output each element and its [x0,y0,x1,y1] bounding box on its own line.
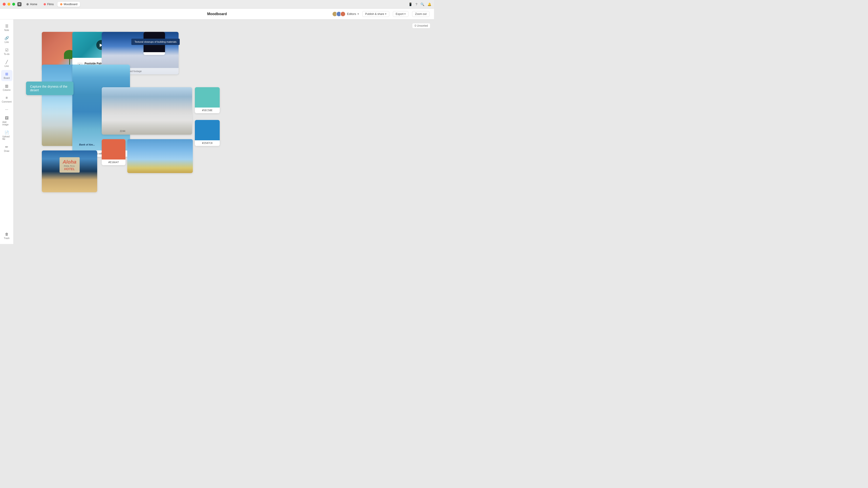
comment-icon: ≡ [6,96,8,100]
blue-hex: #2587C8 [202,142,213,144]
export-button[interactable]: Export ▾ [393,11,409,17]
unsorted-label: 0 Unsorted [414,24,428,27]
column-icon: ▥ [5,84,8,88]
tab-moodboard-dot [60,3,62,5]
avatar-group [332,11,346,17]
avatar-3 [340,11,346,17]
aloha-hotel-image[interactable]: Aloha POOL TV·A· HOTEL [42,151,97,192]
trash-icon: 🗑 [5,232,8,236]
teal-swatch-label: #5EC5BE [195,107,220,113]
notification-icon[interactable]: 📱 [408,2,412,6]
titlebar: M Home Films Moodboard 📱 ? 🔍 🔔 [0,0,434,8]
house-bg: 2244 [102,87,192,135]
architecture-image [102,32,179,68]
sidebar-item-todo[interactable]: ☑ To-do [1,46,12,57]
sidebar-upload-label: Upload file [2,135,11,140]
export-chevron: ▾ [404,13,405,15]
zoom-button[interactable]: Zoom out [412,11,430,17]
draw-icon: ✏ [5,145,8,149]
editors-chevron: ▾ [358,13,359,15]
header-actions: Editors ▾ Publish & share ▾ Export ▾ Zoo… [332,11,430,17]
modern-house-image[interactable]: 2244 [102,87,192,135]
moodboard-canvas[interactable]: 0 Unsorted ▶ ▶ [13,20,434,244]
black-pearl-label [144,52,165,55]
hotel-text: HOTEL [63,167,76,171]
search-icon[interactable]: 🔍 [421,2,424,6]
blue-swatch-color [195,120,220,140]
sidebar-item-comment[interactable]: ≡ Comment [1,94,12,105]
palm-trees-image[interactable] [127,139,193,173]
sidebar-item-add-image[interactable]: 🖼 Add image [1,114,12,128]
titlebar-right: 📱 ? 🔍 🔔 [408,2,431,6]
sidebar-comment-label: Comment [2,101,11,103]
more-icon: ··· [5,107,8,111]
teal-swatch-color [195,87,220,107]
tab-films-dot [43,3,46,5]
teal-hex: #5EC5BE [202,109,213,112]
sidebar-draw-label: Draw [4,150,9,152]
blue-swatch-label: #2587C8 [195,140,220,146]
sidebar-trash-label: Trash [4,237,9,239]
sidebar-item-upload[interactable]: 📄 Upload file [1,129,12,142]
sidebar-item-more[interactable]: ··· [1,106,12,113]
minimize-button[interactable] [7,3,10,6]
sidebar-add-image-label: Add image [2,121,11,126]
aloha-sign: Aloha POOL TV·A· HOTEL [59,157,80,173]
unsorted-badge[interactable]: 0 Unsorted [412,23,430,29]
aloha-text: Aloha [63,159,76,165]
todo-icon: ☑ [5,48,8,52]
close-button[interactable] [3,3,6,6]
publish-label: Publish & share [365,12,384,15]
add-image-icon: 🖼 [5,116,8,120]
upload-icon: 📄 [4,130,9,135]
tab-bar: Home Films Moodboard [24,2,80,7]
architecture-tooltip: Textural closeups of building materials [131,39,180,45]
editors-label: Editors [347,12,356,15]
orange-swatch-color [102,139,125,160]
zoom-label: Zoom out [415,12,427,15]
note-icon: ☰ [5,24,8,28]
tab-films[interactable]: Films [41,2,57,7]
line-icon: ╱ [6,60,8,64]
app-icon: M [18,2,22,6]
desert-note[interactable]: Capture the dryness of the desert [26,82,73,95]
swatch-blue-card[interactable]: #2587C8 [195,120,220,146]
export-label: Export [396,12,404,15]
tab-home-label: Home [30,3,37,6]
aloha-bg: Aloha POOL TV·A· HOTEL [42,151,97,192]
main-layout: ☰ Note 🔗 Link ☑ To-do ╱ Line ⊞ Board ▥ C… [0,20,434,244]
sidebar-item-link[interactable]: 🔗 Link [1,34,12,45]
tab-home-dot [26,3,29,5]
sidebar-column-label: Column [3,89,10,91]
sidebar-todo-label: To-do [4,53,9,55]
desert-note-text: Capture the dryness of the desert [30,85,67,92]
orange-hex: #E16647 [108,161,119,164]
traffic-lights [3,3,15,6]
tab-moodboard[interactable]: Moodboard [57,2,80,7]
tooltip-text: Textural closeups of building materials [134,40,177,43]
sidebar: ☰ Note 🔗 Link ☑ To-do ╱ Line ⊞ Board ▥ C… [0,20,13,244]
app-header: Moodboard Editors ▾ Publish & share ▾ Ex… [0,8,434,20]
sidebar-line-label: Line [4,65,9,67]
swatch-teal-card[interactable]: #5EC5BE [195,87,220,113]
board-icon: ⊞ [5,72,8,76]
maximize-button[interactable] [12,3,15,6]
publish-chevron: ▾ [385,13,386,15]
palms-bg [127,139,193,173]
editors-button[interactable]: Editors ▾ [332,11,359,17]
sidebar-item-line[interactable]: ╱ Line [1,58,12,69]
swatch-orange-card[interactable]: #E16647 [102,139,125,165]
publish-share-button[interactable]: Publish & share ▾ [362,11,389,17]
help-icon[interactable]: ? [415,2,417,6]
sidebar-note-label: Note [4,29,9,31]
sidebar-item-draw[interactable]: ✏ Draw [1,143,12,154]
tab-films-label: Films [47,3,54,6]
sidebar-item-board[interactable]: ⊞ Board [1,70,12,81]
tab-home[interactable]: Home [24,2,40,7]
sidebar-item-trash[interactable]: 🗑 Trash [1,230,12,241]
house-shadow [102,116,192,135]
sidebar-item-note[interactable]: ☰ Note [1,22,12,33]
sidebar-item-column[interactable]: ▥ Column [1,82,12,93]
sidebar-board-label: Board [4,77,10,79]
bell-icon[interactable]: 🔔 [428,2,431,6]
